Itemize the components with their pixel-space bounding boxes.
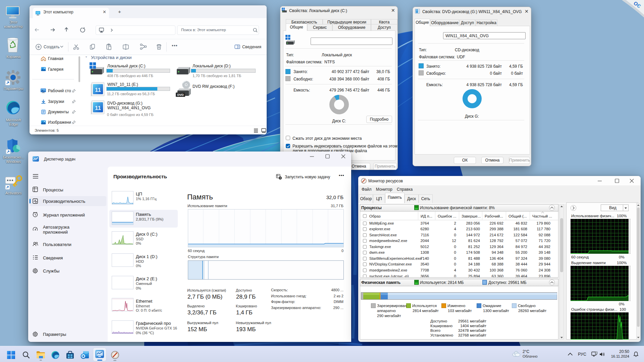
svg-text:11: 11 [95,87,101,93]
svg-text:11: 11 [95,105,101,111]
svg-text:DVD: DVD [177,93,184,97]
